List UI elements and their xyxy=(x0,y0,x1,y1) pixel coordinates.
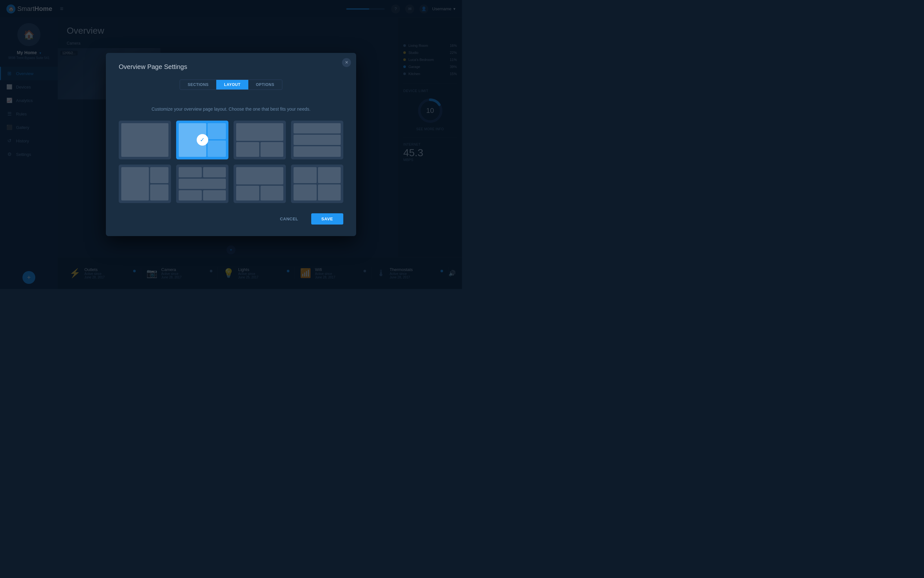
tab-layout[interactable]: LAYOUT xyxy=(216,80,248,89)
cancel-button[interactable]: CANCEL xyxy=(271,213,307,224)
layout-block xyxy=(294,123,341,133)
layout-block xyxy=(236,186,259,200)
modal-overview-settings: ✕ Overview Page Settings SECTIONS LAYOUT… xyxy=(106,53,356,236)
layout-block xyxy=(260,186,284,200)
layout-block xyxy=(179,179,226,189)
modal-backdrop: ✕ Overview Page Settings SECTIONS LAYOUT… xyxy=(0,0,462,289)
layout-block xyxy=(179,167,202,177)
layout-option-7[interactable] xyxy=(234,164,286,203)
layout-block xyxy=(150,184,169,200)
layout-block xyxy=(294,146,341,156)
layout-block xyxy=(121,123,169,157)
layout-block xyxy=(236,123,283,141)
layout-block xyxy=(203,190,226,200)
layout-block xyxy=(318,167,341,183)
modal-tabs: SECTIONS LAYOUT OPTIONS xyxy=(180,80,283,90)
tab-sections[interactable]: SECTIONS xyxy=(180,80,216,89)
modal-close-button[interactable]: ✕ xyxy=(342,58,351,67)
layout-option-3[interactable] xyxy=(234,120,286,159)
layout-block xyxy=(294,135,341,145)
layout-block xyxy=(179,190,202,200)
modal-title: Overview Page Settings xyxy=(119,63,343,71)
save-button[interactable]: SAVE xyxy=(311,213,343,224)
layout-option-4[interactable] xyxy=(291,120,343,159)
layout-block xyxy=(208,123,226,139)
layout-block xyxy=(236,167,283,185)
selected-checkmark: ✓ xyxy=(196,134,208,146)
layout-options-grid: ✓ xyxy=(119,120,343,203)
layout-block xyxy=(203,167,226,177)
layout-block xyxy=(236,142,259,157)
layout-option-6[interactable] xyxy=(176,164,229,203)
layout-block xyxy=(294,184,317,200)
layout-block xyxy=(121,167,149,201)
layout-option-5[interactable] xyxy=(119,164,171,203)
layout-block xyxy=(318,184,341,200)
layout-block xyxy=(208,141,226,156)
modal-description: Customize your overview page layout. Cho… xyxy=(119,107,343,112)
layout-option-1[interactable] xyxy=(119,120,171,159)
layout-block xyxy=(150,167,169,183)
layout-block xyxy=(294,167,317,183)
modal-footer: CANCEL SAVE xyxy=(119,213,343,224)
layout-option-8[interactable] xyxy=(291,164,343,203)
layout-block xyxy=(260,142,284,157)
layout-option-2[interactable]: ✓ xyxy=(176,120,229,159)
tab-options[interactable]: OPTIONS xyxy=(248,80,283,89)
